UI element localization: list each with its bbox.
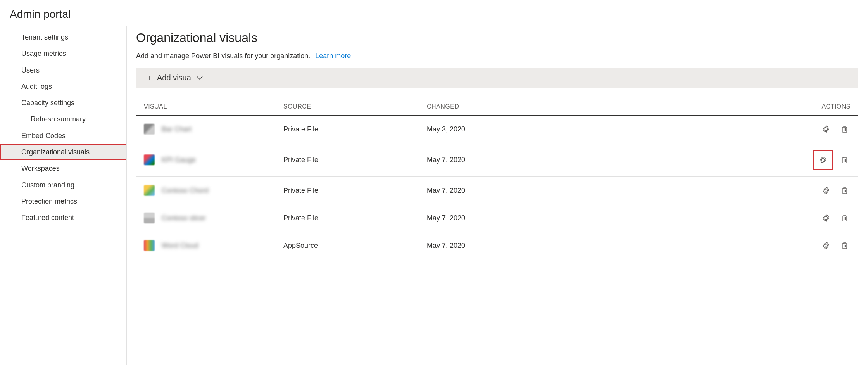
changed-cell: May 3, 2020 [427, 125, 804, 133]
visual-cell: Contoso Chord [144, 185, 283, 196]
gear-icon[interactable] [820, 123, 832, 135]
header-source[interactable]: SOURCE [283, 103, 427, 110]
main-content: Organizational visuals Add and manage Po… [127, 26, 868, 365]
source-cell: Private File [283, 125, 427, 133]
nav-item-tenant-settings[interactable]: Tenant settings [0, 29, 126, 45]
header-actions: ACTIONS [804, 103, 851, 110]
table-row: Bar ChartPrivate FileMay 3, 2020 [136, 116, 858, 143]
gear-icon[interactable] [820, 240, 832, 251]
table-row: KPI GaugePrivate FileMay 7, 2020 [136, 143, 858, 177]
gear-icon[interactable] [814, 151, 832, 169]
visual-icon [144, 240, 155, 251]
visual-name: Contoso Chord [162, 187, 209, 195]
visual-icon [144, 154, 155, 165]
add-visual-button[interactable]: ＋ Add visual [136, 68, 858, 88]
visual-name: Bar Chart [162, 125, 192, 133]
actions-cell [804, 123, 851, 135]
page-subtitle: Add and manage Power BI visuals for your… [136, 52, 858, 60]
plus-icon: ＋ [145, 73, 153, 83]
trash-icon[interactable] [839, 154, 851, 166]
nav-item-capacity-settings[interactable]: Capacity settings [0, 95, 126, 111]
chevron-down-icon [197, 76, 203, 80]
portal-title: Admin portal [0, 0, 868, 26]
source-cell: AppSource [283, 242, 427, 250]
visual-cell: Word Cloud [144, 240, 283, 251]
nav-item-embed-codes[interactable]: Embed Codes [0, 128, 126, 144]
visual-name: KPI Gauge [162, 156, 196, 164]
nav-item-protection-metrics[interactable]: Protection metrics [0, 193, 126, 209]
table-row: Word CloudAppSourceMay 7, 2020 [136, 232, 858, 259]
changed-cell: May 7, 2020 [427, 242, 804, 250]
nav-item-usage-metrics[interactable]: Usage metrics [0, 45, 126, 62]
changed-cell: May 7, 2020 [427, 214, 804, 222]
visual-cell: KPI Gauge [144, 154, 283, 165]
visual-name: Word Cloud [162, 242, 198, 250]
visual-cell: Contoso slicer [144, 213, 283, 223]
header-changed[interactable]: CHANGED [427, 103, 804, 110]
actions-cell [804, 151, 851, 169]
nav-item-featured-content[interactable]: Featured content [0, 209, 126, 226]
trash-icon[interactable] [839, 185, 851, 196]
source-cell: Private File [283, 156, 427, 164]
table-row: Contoso slicerPrivate FileMay 7, 2020 [136, 204, 858, 232]
actions-cell [804, 212, 851, 224]
nav-item-refresh-summary[interactable]: Refresh summary [0, 111, 126, 127]
subtitle-text: Add and manage Power BI visuals for your… [136, 52, 310, 60]
actions-cell [804, 185, 851, 196]
gear-icon[interactable] [820, 212, 832, 224]
table-row: Contoso ChordPrivate FileMay 7, 2020 [136, 177, 858, 204]
visual-cell: Bar Chart [144, 124, 283, 135]
nav-item-users[interactable]: Users [0, 62, 126, 78]
visual-icon [144, 124, 155, 135]
changed-cell: May 7, 2020 [427, 156, 804, 164]
changed-cell: May 7, 2020 [427, 187, 804, 195]
visuals-table: VISUAL SOURCE CHANGED ACTIONS Bar ChartP… [136, 99, 858, 259]
visual-icon [144, 213, 155, 223]
trash-icon[interactable] [839, 212, 851, 224]
learn-more-link[interactable]: Learn more [315, 52, 351, 60]
visual-icon [144, 185, 155, 196]
header-visual[interactable]: VISUAL [144, 103, 283, 110]
page-title: Organizational visuals [136, 31, 858, 45]
trash-icon[interactable] [839, 240, 851, 251]
nav-item-organizational-visuals[interactable]: Organizational visuals [0, 144, 126, 160]
actions-cell [804, 240, 851, 251]
visual-name: Contoso slicer [162, 214, 206, 222]
nav-item-custom-branding[interactable]: Custom branding [0, 177, 126, 193]
source-cell: Private File [283, 214, 427, 222]
gear-icon[interactable] [820, 185, 832, 196]
source-cell: Private File [283, 187, 427, 195]
sidebar: Tenant settingsUsage metricsUsersAudit l… [0, 26, 127, 365]
nav-item-audit-logs[interactable]: Audit logs [0, 78, 126, 95]
nav-item-workspaces[interactable]: Workspaces [0, 160, 126, 176]
add-visual-label: Add visual [157, 73, 193, 82]
table-header: VISUAL SOURCE CHANGED ACTIONS [136, 99, 858, 116]
trash-icon[interactable] [839, 123, 851, 135]
